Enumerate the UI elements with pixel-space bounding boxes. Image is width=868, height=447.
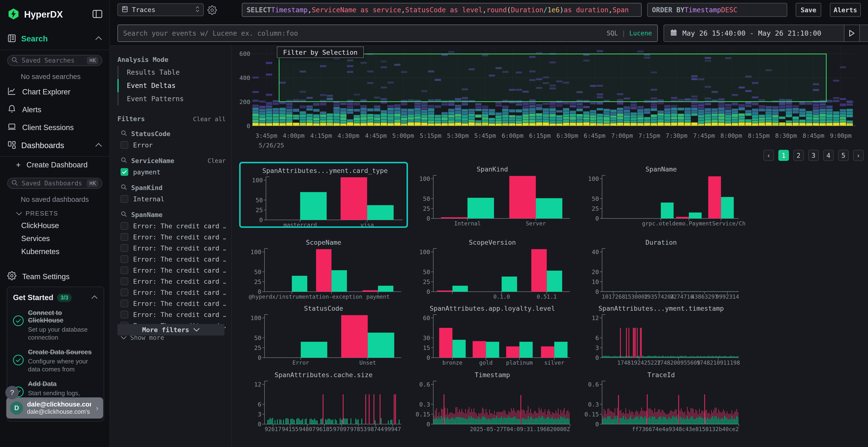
plus-icon: +: [16, 160, 21, 170]
date-range-picker[interactable]: May 26 15:40:00 - May 26 21:10:00: [663, 25, 868, 42]
save-button[interactable]: Save: [796, 3, 821, 17]
source-select[interactable]: Traces: [117, 3, 204, 16]
page-prev-button[interactable]: ‹: [763, 150, 774, 161]
filter-option[interactable]: Error: [110, 139, 231, 150]
clear-all-link[interactable]: Clear all: [193, 115, 226, 123]
get-started-badge: 3/3: [57, 294, 72, 302]
analysis-mode-results-table[interactable]: Results Table: [117, 66, 231, 79]
user-menu[interactable]: D dale@clickhouse.com dale@clickhouse.co…: [6, 398, 103, 419]
sidebar-item-search: Search: [21, 34, 90, 43]
saved-searches-input[interactable]: Saved Searches ⌘K: [7, 55, 102, 66]
filter-option[interactable]: Error: The credit card …: [110, 298, 231, 309]
source-settings-gear-icon[interactable]: [207, 5, 217, 16]
sidebar-item-chart-explorer[interactable]: Chart Explorer: [0, 83, 110, 101]
svg-text:1748210911198: 1748210911198: [696, 359, 740, 366]
checkbox[interactable]: [121, 195, 128, 203]
mini-chart-statuscode[interactable]: StatusCode10050250ErrorUnset: [239, 301, 408, 367]
no-saved-dashboards-text: No saved dashboards: [0, 190, 110, 206]
heatmap-x-tick: 5:15pm: [420, 132, 441, 139]
clear-link[interactable]: Clear: [208, 157, 226, 164]
sidebar-item-alerts[interactable]: Alerts: [0, 101, 110, 119]
checkbox[interactable]: [121, 300, 128, 307]
filter-option[interactable]: Error: The credit card …: [110, 243, 231, 253]
heatmap-y-tick: 200: [233, 99, 250, 105]
dashboards-section-header[interactable]: Dashboards: [0, 137, 110, 156]
svg-text:silver: silver: [544, 359, 564, 366]
presets-toggle[interactable]: PRESETS: [0, 206, 110, 219]
checkbox[interactable]: [121, 288, 128, 296]
mini-chart-spanattributes-yment-card-type[interactable]: SpanAttributes...yment.card_type10050250…: [239, 162, 408, 228]
mini-chart-timestamp[interactable]: Timestamp0.60.30.1502025-05-27T04:09:31.…: [408, 368, 577, 434]
sidebar-item-client-sessions[interactable]: Client Sessions: [0, 119, 110, 137]
svg-text:50: 50: [255, 197, 263, 204]
mini-chart-traceid[interactable]: TraceId0.60.30.150ff736674e4a9348c43e815…: [577, 368, 745, 434]
more-filters-button[interactable]: More filters: [117, 324, 224, 336]
analysis-mode-event-patterns[interactable]: Event Patterns: [117, 92, 231, 105]
checkbox[interactable]: [121, 255, 128, 263]
filter-option[interactable]: Error: The credit card …: [110, 220, 231, 232]
preset-kubernetes[interactable]: Kubernetes: [0, 245, 110, 258]
language-toggle[interactable]: SQL | Lucene: [607, 30, 652, 37]
filter-option[interactable]: payment: [110, 166, 231, 177]
more-filters-label: More filters: [142, 326, 189, 334]
mini-chart-spanattributes-yment-timestamp[interactable]: SpanAttributes...yment.timestamp12630174…: [577, 301, 745, 367]
filter-option[interactable]: Error: The credit card …: [110, 253, 231, 265]
sidebar-collapse-icon[interactable]: [93, 10, 102, 19]
checkbox[interactable]: [121, 311, 128, 318]
filter-option[interactable]: Error: The credit card …: [110, 265, 231, 276]
filter-option[interactable]: Error: The credit card …: [110, 287, 231, 298]
page-next-button[interactable]: ›: [853, 150, 864, 161]
alerts-button[interactable]: Alerts: [830, 3, 861, 17]
create-dashboard-button[interactable]: + Create Dashboard: [0, 157, 110, 173]
page-button-3[interactable]: 3: [808, 150, 819, 161]
mini-chart-scopename[interactable]: ScopeName10050250@hyperdx/instrumentatio…: [239, 235, 408, 301]
checkbox[interactable]: [121, 244, 128, 252]
checkbox[interactable]: [121, 266, 128, 274]
search-icon: [121, 130, 127, 138]
filter-option[interactable]: Error: The credit card …: [110, 309, 231, 320]
filter-by-selection-button[interactable]: Filter by Selection: [277, 46, 364, 58]
preset-clickhouse[interactable]: ClickHouse: [0, 219, 110, 232]
mini-chart-scopeversion[interactable]: ScopeVersion100502500.1.00.51.1: [408, 235, 577, 301]
chevron-up-icon[interactable]: [91, 295, 98, 300]
analysis-mode-event-deltas[interactable]: Event Deltas: [117, 79, 231, 92]
help-button[interactable]: ?: [5, 386, 19, 399]
mini-chart-duration[interactable]: Duration40201001017268153000219357420422…: [577, 235, 745, 301]
mini-chart-spanname[interactable]: SpanName10050250grpc.oteldemo.PaymentSer…: [577, 162, 745, 228]
svg-text:Unset: Unset: [359, 359, 376, 366]
sidebar-item-team-settings[interactable]: Team Settings: [0, 268, 110, 286]
filter-option[interactable]: Internal: [110, 194, 231, 204]
saved-dashboards-input[interactable]: Saved Dashboards ⌘K: [7, 178, 102, 189]
get-started-step[interactable]: Create Data SourcesConfigure where your …: [13, 348, 98, 373]
checkbox[interactable]: [121, 233, 128, 241]
mini-chart-spanattributes-cache-size[interactable]: SpanAttributes.cache.size126309261794155…: [239, 368, 408, 434]
svg-text:99947: 99947: [384, 426, 401, 432]
svg-text:25: 25: [254, 344, 261, 351]
lucene-search-input[interactable]: Search your events w/ Lucene ex. column:…: [117, 25, 658, 42]
checkbox-checked[interactable]: [121, 168, 128, 176]
filter-option[interactable]: Error: The credit card …: [110, 276, 231, 287]
heatmap-x-tick: 8:45pm: [803, 132, 824, 139]
mini-chart-spankind[interactable]: SpanKind10050250InternalServer: [408, 162, 577, 228]
run-query-button[interactable]: [844, 25, 860, 42]
orderby-input[interactable]: ORDER BY Timestamp DESC: [647, 3, 787, 17]
checkbox[interactable]: [121, 141, 128, 149]
lang-sql[interactable]: SQL: [607, 30, 618, 37]
checkbox[interactable]: [121, 222, 128, 230]
svg-text:0: 0: [595, 215, 599, 222]
page-button-4[interactable]: 4: [823, 150, 834, 161]
checkbox[interactable]: [121, 277, 128, 285]
svg-text:96185: 96185: [316, 426, 333, 432]
filter-option[interactable]: Error: The credit card …: [110, 232, 231, 243]
page-button-5[interactable]: 5: [838, 150, 849, 161]
events-heatmap[interactable]: [252, 47, 855, 126]
preset-services[interactable]: Services: [0, 232, 110, 245]
lang-lucene[interactable]: Lucene: [629, 30, 652, 37]
search-section-header[interactable]: Search: [0, 28, 110, 49]
mini-chart-spanattributes-app-loyalty-level[interactable]: SpanAttributes.app.loyalty.level6030150b…: [408, 301, 577, 367]
get-started-step[interactable]: Connect to ClickHouseSet up your databas…: [13, 309, 98, 341]
chevron-down-icon: [16, 210, 22, 217]
page-button-2[interactable]: 2: [793, 150, 804, 161]
sql-select-input[interactable]: SELECT Timestamp, ServiceName as service…: [242, 3, 642, 17]
page-button-1[interactable]: 1: [778, 150, 789, 161]
